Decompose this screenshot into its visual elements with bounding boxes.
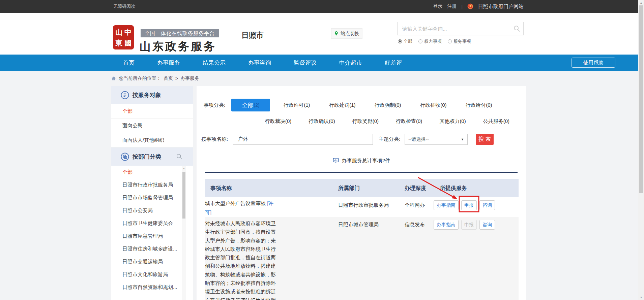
dept-item[interactable]: 日照市交通运输局 bbox=[111, 255, 193, 268]
breadcrumb-prefix: 您当前所在的位置： bbox=[119, 75, 161, 81]
item-service-buttons: 办事指南 申报 咨询 bbox=[434, 220, 495, 230]
header-search-input[interactable] bbox=[398, 22, 514, 35]
sidebar-item-legal-persons[interactable]: 面向法人/其他组织 bbox=[111, 133, 193, 147]
scrollbar-thumb[interactable] bbox=[639, 5, 643, 193]
dept-item[interactable]: 日照市行政审批服务局 bbox=[111, 178, 193, 191]
topic-select[interactable]: --请选择-- ▼ bbox=[405, 134, 468, 145]
nav-item-results[interactable]: 结果公示 bbox=[203, 59, 226, 67]
service-target-icon bbox=[121, 91, 129, 99]
dept-item[interactable]: 日照市文化和旅游局 bbox=[111, 268, 193, 281]
help-button[interactable]: 使用帮助 bbox=[572, 58, 615, 68]
table-header: 事项名称 所属部门 办理深度 所提供服务 bbox=[205, 179, 519, 197]
breadcrumb-home-link[interactable]: 首页 bbox=[164, 75, 173, 81]
filter-item[interactable]: 行政许可(1) bbox=[284, 102, 312, 108]
header: 山 中 東 國 全国一体化在线政务服务平台 山东政务服务 日照市 站点切换 全部 bbox=[0, 13, 638, 55]
top-bar-right: 登录 注册 | 日照市政府门户网站 bbox=[433, 0, 524, 13]
nav-item-consult[interactable]: 办事咨询 bbox=[248, 59, 271, 67]
accessibility-link[interactable]: 无障碍阅读 bbox=[113, 0, 135, 13]
item-name-input[interactable] bbox=[233, 134, 373, 145]
section-title: 按部门分类 bbox=[133, 153, 161, 161]
radio-selected-icon bbox=[398, 39, 402, 43]
department-list: 全部 日照市行政审批服务局 日照市市场监督管理局 日照市公安局 日照市卫生健康委… bbox=[111, 166, 193, 300]
apply-button[interactable]: 申报 bbox=[461, 200, 477, 210]
site-switch-button[interactable]: 站点切换 bbox=[331, 28, 362, 39]
scroll-up-arrow-icon[interactable]: ▲ bbox=[182, 166, 186, 170]
filter-row-1: 事项分类: 全部 (2) 行政许可(1) 行政处罚(1) 行政强制(0) 行政征… bbox=[197, 99, 526, 111]
topic-label: 主题分类: bbox=[379, 136, 405, 142]
seal-char: 中 bbox=[124, 29, 131, 36]
stats-line: 办事服务总计事项2件 bbox=[197, 157, 526, 164]
filter-item[interactable]: 其他权力(0) bbox=[439, 118, 466, 125]
item-name-link[interactable]: 对未经城市人民政府市容环境卫生行政主管部门同意，擅自设置大型户外广告，影响市容的… bbox=[205, 221, 276, 300]
filter-item[interactable]: 行政强制(0) bbox=[375, 102, 403, 108]
sidebar-item-all-targets[interactable]: 全部 bbox=[111, 104, 193, 119]
item-depth-cell: 全程网办 bbox=[405, 202, 425, 208]
scope-option-service[interactable]: 服务事项 bbox=[448, 38, 471, 44]
search-icon[interactable] bbox=[513, 25, 521, 34]
filter-item[interactable]: 行政征收(0) bbox=[420, 102, 448, 108]
filter-item[interactable]: 行政检查(0) bbox=[396, 118, 422, 125]
seal-char: 國 bbox=[124, 39, 131, 46]
dept-item[interactable]: 日照市自然资源和规划... bbox=[111, 281, 193, 294]
dept-item[interactable]: 日照市市场监督管理局 bbox=[111, 191, 193, 204]
filter-item[interactable]: 行政给付(0) bbox=[466, 102, 494, 108]
nav-item-rating[interactable]: 好差评 bbox=[385, 59, 402, 67]
page-scrollbar[interactable]: ▲ ▼ bbox=[638, 0, 644, 300]
filter-all-button[interactable]: 全部 (2) bbox=[231, 99, 270, 111]
radio-icon bbox=[448, 39, 452, 43]
register-link[interactable]: 注册 bbox=[447, 3, 457, 9]
dept-item-all[interactable]: 全部 bbox=[111, 166, 193, 178]
filter-item[interactable]: 行政处罚(1) bbox=[329, 102, 357, 108]
filter-item[interactable]: 行政奖励(0) bbox=[352, 118, 379, 125]
dept-item[interactable]: 日照市应急管理局 bbox=[111, 230, 193, 242]
guide-button[interactable]: 办事指南 bbox=[434, 200, 459, 210]
department-list-scrollbar[interactable]: ▲ bbox=[182, 166, 186, 300]
breadcrumb: 您当前所在的位置： 首页 > 办事服务 bbox=[111, 71, 199, 86]
scroll-up-arrow-icon[interactable]: ▲ bbox=[638, 0, 644, 5]
guide-button[interactable]: 办事指南 bbox=[434, 220, 459, 230]
stats-chart-icon bbox=[332, 157, 339, 164]
dept-item[interactable]: 日照市卫生健康委员会 bbox=[111, 217, 193, 230]
service-target-section-header: 按服务对象 bbox=[111, 86, 193, 104]
sidebar-item-citizens[interactable]: 面向公民 bbox=[111, 119, 193, 133]
stats-text: 办事服务总计事项2件 bbox=[342, 158, 390, 164]
scope-option-all[interactable]: 全部 bbox=[398, 38, 412, 44]
login-link[interactable]: 登录 bbox=[433, 3, 443, 9]
portal-link[interactable]: 日照市政府门户网站 bbox=[478, 3, 524, 10]
apply-button-disabled: 申报 bbox=[461, 220, 477, 230]
nav-item-supervision[interactable]: 监督评议 bbox=[294, 59, 317, 67]
nav-item-intermediary[interactable]: 中介超市 bbox=[339, 59, 362, 67]
main-panel: 事项分类: 全部 (2) 行政许可(1) 行政处罚(1) 行政强制(0) 行政征… bbox=[197, 86, 526, 300]
col-header-services: 所提供服务 bbox=[440, 179, 467, 197]
table-row: 城市大型户外广告设置审核 [许可] 日照市行政审批服务局 全程网办 办事指南 申… bbox=[205, 197, 519, 217]
filter-all-label: 全部 bbox=[242, 101, 254, 109]
department-section-header: 按部门分类 bbox=[111, 147, 193, 166]
filter-item[interactable]: 行政确认(0) bbox=[309, 118, 335, 125]
nav-item-home[interactable]: 首页 bbox=[123, 59, 135, 67]
sidebar: 按服务对象 全部 面向公民 面向法人/其他组织 按部门分类 全部 日照市行政审批… bbox=[111, 86, 193, 300]
department-search-icon[interactable] bbox=[176, 153, 183, 160]
filter-item[interactable]: 行政裁决(0) bbox=[265, 118, 291, 125]
location-pin-icon bbox=[334, 31, 339, 36]
breadcrumb-separator: > bbox=[175, 76, 178, 81]
filter-item[interactable]: 公共服务(0) bbox=[483, 118, 509, 125]
item-search-row: 按事项名称: 主题分类: --请选择-- ▼ 搜 索 bbox=[197, 134, 526, 145]
scope-option-power[interactable]: 权力事项 bbox=[418, 38, 442, 44]
city-name: 日照市 bbox=[241, 30, 264, 40]
consult-button[interactable]: 咨询 bbox=[479, 220, 495, 230]
scroll-down-arrow-icon[interactable]: ▼ bbox=[638, 295, 644, 300]
platform-badge: 全国一体化在线政务服务平台 bbox=[141, 29, 219, 37]
search-button[interactable]: 搜 索 bbox=[476, 134, 494, 145]
item-name-link[interactable]: 城市大型户外广告设置审核 bbox=[205, 200, 267, 206]
scrollbar-thumb[interactable] bbox=[182, 172, 185, 219]
dept-item[interactable]: 日照市住房和城乡建设... bbox=[111, 242, 193, 255]
scope-label: 服务事项 bbox=[453, 38, 471, 44]
national-emblem-icon bbox=[467, 3, 473, 9]
brand-title: 山东政务服务 bbox=[140, 39, 216, 54]
filter-label: 事项分类: bbox=[204, 102, 225, 108]
dept-item[interactable]: 日照市公安局 bbox=[111, 204, 193, 217]
consult-button[interactable]: 咨询 bbox=[479, 200, 495, 210]
nav-item-services[interactable]: 办事服务 bbox=[157, 59, 180, 67]
item-name-cell: 对未经城市人民政府市容环境卫生行政主管部门同意，擅自设置大型户外广告，影响市容的… bbox=[205, 219, 277, 300]
item-depth-cell: 信息发布 bbox=[405, 222, 425, 228]
